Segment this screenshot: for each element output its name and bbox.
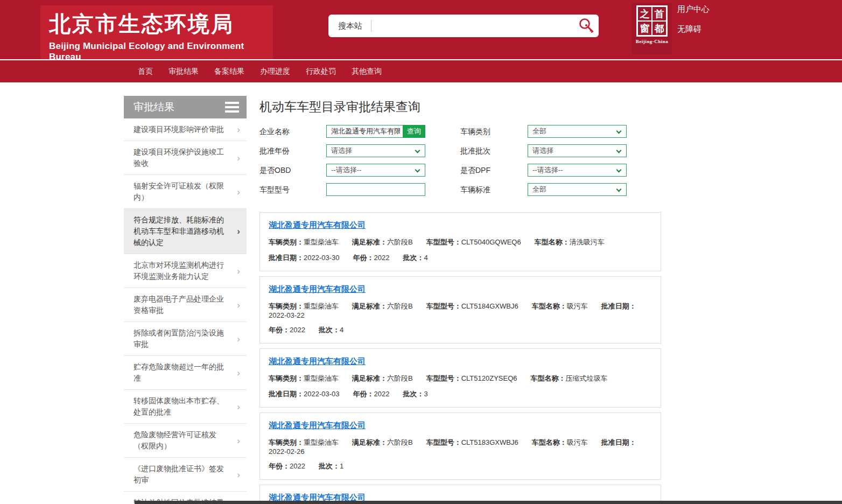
sidebar-item[interactable]: 拆除或者闲置防治污染设施审批› bbox=[124, 322, 247, 356]
site-banner: 北京市生态环境局 Beijing Municipal Ecology and E… bbox=[40, 5, 273, 59]
sidebar-item[interactable]: 北京市对环境监测机构进行环境监测业务能力认定› bbox=[124, 254, 247, 288]
capital-window-logo[interactable]: 之 首 窗 都 Beijing-China bbox=[632, 3, 672, 54]
result-field: 批次：3 bbox=[403, 390, 427, 398]
vehicle-category-select[interactable]: 全部 bbox=[528, 125, 627, 138]
content-area: 审批结果 建设项目环境影响评价审批›建设项目环境保护设施竣工验收›辐射安全许可证… bbox=[0, 96, 842, 504]
dpf-select[interactable]: --请选择-- bbox=[528, 164, 627, 177]
result-card: 湖北盈通专用汽车有限公司车辆类别：重型柴油车满足标准：六阶段B车型型号：CLT5… bbox=[259, 276, 661, 344]
result-company-link[interactable]: 湖北盈通专用汽车有限公司 bbox=[269, 356, 366, 367]
search-label: 搜本站 bbox=[338, 21, 362, 31]
result-field: 车型名称：压缩式垃圾车 bbox=[530, 374, 607, 382]
capital-window-seal: 之 首 窗 都 bbox=[636, 5, 668, 37]
chevron-right-icon: › bbox=[237, 125, 240, 134]
result-field: 满足标准：六阶段B bbox=[352, 238, 413, 246]
approval-year-label: 批准年份 bbox=[259, 144, 326, 157]
result-card: 湖北盈通专用汽车有限公司车辆类别：重型柴油车满足标准：六阶段B车型型号：CLT5… bbox=[259, 212, 661, 271]
result-detail-line: 车辆类别：重型柴油车满足标准：六阶段B车型型号：CLT5183GXWBJ6车型名… bbox=[269, 438, 652, 456]
chevron-right-icon: › bbox=[237, 402, 240, 411]
vehicle-standard-label: 车辆标准 bbox=[460, 183, 528, 196]
result-field: 年份：2022 bbox=[353, 254, 390, 262]
chevron-right-icon: › bbox=[237, 153, 240, 163]
result-field: 批次：4 bbox=[403, 254, 427, 262]
sidebar-item[interactable]: 贮存危险废物超过一年的批准› bbox=[124, 356, 247, 390]
approval-year-select[interactable]: 请选择 bbox=[326, 144, 425, 157]
nav-item[interactable]: 行政处罚 bbox=[306, 67, 336, 76]
sidebar-item[interactable]: 符合规定排放、耗能标准的机动车车型和非道路移动机械的认定› bbox=[124, 209, 247, 254]
sidebar-item-label: 《进口废物批准证书》签发初审 bbox=[134, 463, 228, 486]
sidebar-item[interactable]: 危险废物经营许可证核发（权限内）› bbox=[124, 424, 247, 458]
sidebar: 审批结果 建设项目环境影响评价审批›建设项目环境保护设施竣工验收›辐射安全许可证… bbox=[124, 96, 247, 504]
approval-batch-value: 请选择 bbox=[532, 146, 553, 156]
seal-char: 之 bbox=[638, 7, 651, 20]
result-field: 年份：2022 bbox=[269, 326, 305, 334]
result-field: 满足标准：六阶段B bbox=[352, 302, 413, 310]
nav-item[interactable]: 首页 bbox=[138, 67, 153, 76]
main-nav: 首页审批结果备案结果办理进度行政处罚其他查询 bbox=[0, 60, 842, 82]
site-title: 北京市生态环境局 bbox=[49, 11, 273, 37]
result-company-link[interactable]: 湖北盈通专用汽车有限公司 bbox=[269, 421, 366, 431]
dpf-label: 是否DPF bbox=[460, 164, 528, 177]
result-field: 年份：2022 bbox=[353, 390, 390, 398]
result-detail-line: 批准日期：2022-03-03年份：2022批次：3 bbox=[269, 389, 652, 399]
page-title: 机动车车型目录审批结果查询 bbox=[259, 99, 661, 115]
query-button[interactable]: 查询 bbox=[403, 125, 425, 138]
sidebar-item[interactable]: 建设项目环境影响评价审批› bbox=[124, 118, 247, 141]
sidebar-item-label: 贮存危险废物超过一年的批准 bbox=[134, 361, 228, 384]
dpf-value: --请选择-- bbox=[532, 165, 563, 175]
nav-item[interactable]: 其他查询 bbox=[352, 67, 382, 76]
result-card: 湖北盈通专用汽车有限公司车辆类别：重型柴油车满足标准：六阶段B车型型号：CLT5… bbox=[259, 348, 661, 408]
result-field: 车型型号：CLT5040GQWEQ6 bbox=[426, 238, 521, 246]
chevron-down-icon bbox=[616, 129, 622, 134]
vehicle-standard-value: 全部 bbox=[532, 185, 546, 194]
company-name-field: 查询 bbox=[326, 125, 425, 138]
user-center-link[interactable]: 用户中心 bbox=[677, 4, 710, 15]
vehicle-standard-select[interactable]: 全部 bbox=[528, 183, 627, 196]
search-input[interactable] bbox=[371, 16, 574, 36]
result-field: 批准日期：2022-03-03 bbox=[269, 390, 340, 398]
nav-item[interactable]: 审批结果 bbox=[169, 67, 199, 76]
result-field: 满足标准：六阶段B bbox=[352, 438, 413, 446]
search-key-icon bbox=[578, 17, 595, 34]
sidebar-item-label: 辐射安全许可证核发（权限内） bbox=[134, 180, 228, 203]
result-company-link[interactable]: 湖北盈通专用汽车有限公司 bbox=[269, 284, 366, 295]
obd-label: 是否OBD bbox=[259, 164, 326, 177]
result-detail-line: 年份：2022批次：4 bbox=[269, 325, 652, 335]
vehicle-category-label: 车辆类别 bbox=[460, 125, 528, 138]
result-field: 满足标准：六阶段B bbox=[352, 374, 413, 382]
obd-value: --请选择-- bbox=[331, 165, 361, 175]
sidebar-item[interactable]: 《进口废物批准证书》签发初审› bbox=[124, 458, 247, 492]
result-field: 车辆类别：重型柴油车 bbox=[269, 374, 339, 382]
query-form: 企业名称 查询 车辆类别 全部 批准年份 请选择 bbox=[259, 125, 661, 196]
chevron-down-icon bbox=[415, 148, 420, 153]
sidebar-item-label: 废弃电器电子产品处理企业资格审批 bbox=[134, 293, 228, 316]
result-card: 湖北盈通专用汽车有限公司车辆类别：重型柴油车满足标准：六阶段B车型型号：CLT5… bbox=[259, 412, 661, 480]
hamburger-menu-icon[interactable] bbox=[225, 100, 239, 115]
result-field: 车型名称：吸污车 bbox=[532, 438, 588, 446]
sidebar-item-label: 拆除或者闲置防治污染设施审批 bbox=[134, 327, 228, 350]
sidebar-item[interactable]: 废弃电器电子产品处理企业资格审批› bbox=[124, 288, 247, 322]
nav-item[interactable]: 备案结果 bbox=[214, 67, 244, 76]
nav-item[interactable]: 办理进度 bbox=[260, 67, 290, 76]
obd-select[interactable]: --请选择-- bbox=[326, 164, 425, 177]
sidebar-menu: 建设项目环境影响评价审批›建设项目环境保护设施竣工验收›辐射安全许可证核发（权限… bbox=[124, 118, 247, 504]
result-company-link[interactable]: 湖北盈通专用汽车有限公司 bbox=[269, 220, 366, 230]
result-detail-line: 车辆类别：重型柴油车满足标准：六阶段B车型型号：CLT5184GXWBJ6车型名… bbox=[269, 302, 652, 319]
chevron-right-icon: › bbox=[237, 300, 240, 310]
chevron-down-icon bbox=[616, 167, 622, 173]
accessibility-link[interactable]: 无障碍 bbox=[677, 24, 710, 34]
sidebar-item[interactable]: 辐射安全许可证核发（权限内）› bbox=[124, 175, 247, 209]
company-name-label: 企业名称 bbox=[259, 125, 326, 138]
result-field: 车型型号：CLT5184GXWBJ6 bbox=[426, 302, 518, 310]
seal-caption: Beijing-China bbox=[632, 39, 672, 44]
sidebar-item[interactable]: 转移固体废物出本市贮存、处置的批准› bbox=[124, 390, 247, 424]
sidebar-item-label: 符合规定排放、耗能标准的机动车车型和非道路移动机械的认定 bbox=[134, 214, 228, 248]
seal-char: 都 bbox=[652, 22, 666, 35]
sidebar-item[interactable]: 建设项目环境保护设施竣工验收› bbox=[124, 141, 247, 175]
approval-batch-select[interactable]: 请选择 bbox=[528, 144, 627, 157]
model-number-input[interactable] bbox=[331, 184, 425, 195]
result-field: 车辆类别：重型柴油车 bbox=[269, 238, 339, 246]
search-button[interactable] bbox=[574, 15, 599, 37]
chevron-down-icon bbox=[415, 167, 420, 173]
result-detail-line: 年份：2022批次：1 bbox=[269, 461, 652, 471]
sidebar-item-label: 危险废物经营许可证核发（权限内） bbox=[134, 429, 228, 452]
